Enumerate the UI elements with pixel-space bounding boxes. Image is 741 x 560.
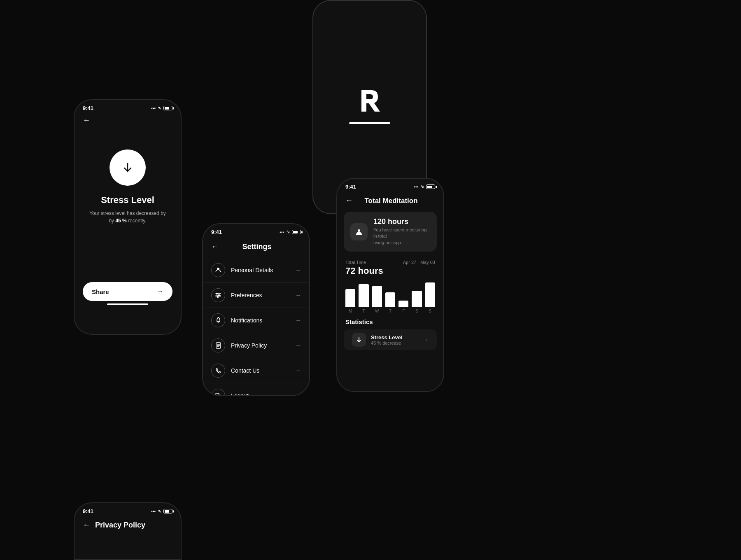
settings-item-notifications[interactable]: Notifications → bbox=[203, 308, 309, 333]
time: 9:41 bbox=[83, 105, 93, 111]
bar-day-label: F bbox=[402, 309, 405, 313]
status-bar: 9:41 ▪▪▪ ∿ bbox=[203, 224, 309, 237]
bar-column: T bbox=[385, 292, 395, 313]
bar-day-label: S bbox=[429, 309, 431, 313]
arrow-icon: → bbox=[295, 267, 301, 273]
down-arrow-icon bbox=[122, 162, 133, 173]
meditation-card-subtitle: You have spent meditating in total using… bbox=[373, 227, 430, 246]
logout-label: Logout bbox=[231, 392, 295, 396]
settings-item-logout[interactable]: Logout → bbox=[203, 383, 309, 396]
meditation-title: Total Meditation bbox=[358, 197, 424, 205]
sliders-icon bbox=[211, 288, 225, 302]
bar bbox=[398, 301, 408, 307]
bar-day-label: M bbox=[349, 309, 352, 313]
bar bbox=[425, 282, 435, 307]
svg-point-6 bbox=[217, 296, 219, 298]
meditation-total-hours: 120 hours bbox=[373, 217, 430, 226]
logout-icon bbox=[211, 389, 225, 396]
status-bar: 9:41 ▪▪▪ ∿ bbox=[337, 179, 443, 191]
home-bar bbox=[349, 122, 390, 124]
contact-us-label: Contact Us bbox=[231, 367, 295, 374]
meditation-total-section: Total Time Apr 27 - May 03 72 hours bbox=[337, 257, 443, 278]
wifi-icon: ∿ bbox=[158, 509, 161, 514]
phone-stress: 9:41 ▪▪▪ ∿ ← Stress Level Your stress le… bbox=[74, 99, 182, 335]
document-icon bbox=[211, 338, 225, 352]
settings-item-personal-details[interactable]: Personal Details → bbox=[203, 258, 309, 283]
privacy-header: ← Privacy Policy bbox=[75, 516, 181, 534]
person-icon bbox=[211, 263, 225, 277]
signal-icon: ▪▪▪ bbox=[151, 509, 156, 513]
bar-day-label: T bbox=[362, 309, 365, 313]
meditation-card-icon bbox=[350, 223, 368, 240]
battery-icon bbox=[163, 106, 172, 110]
notifications-label: Notifications bbox=[231, 317, 295, 324]
svg-point-4 bbox=[217, 293, 218, 294]
bar-day-label: W bbox=[375, 309, 379, 313]
stress-title: Stress Level bbox=[83, 195, 172, 205]
share-button[interactable]: Share → bbox=[83, 282, 172, 301]
bar-column: S bbox=[412, 291, 422, 313]
total-label: Total Time bbox=[345, 260, 366, 265]
home-bar bbox=[107, 303, 148, 305]
meditation-header: ← Total Meditation bbox=[337, 191, 443, 210]
settings-item-privacy-policy[interactable]: Privacy Policy → bbox=[203, 333, 309, 358]
arrow-icon: → bbox=[295, 292, 301, 299]
signal-icon: ▪▪▪ bbox=[151, 106, 156, 110]
meditation-card: 120 hours You have spent meditating in t… bbox=[344, 212, 437, 252]
time: 9:41 bbox=[83, 508, 93, 514]
settings-title: Settings bbox=[224, 243, 290, 251]
phone-settings: 9:41 ▪▪▪ ∿ ← Settings Personal Details →… bbox=[202, 223, 310, 396]
arrow-icon: → bbox=[295, 317, 301, 324]
status-icons: ▪▪▪ ∿ bbox=[151, 105, 172, 111]
back-button[interactable]: ← bbox=[83, 521, 90, 530]
bar-column: F bbox=[398, 301, 408, 313]
back-button[interactable]: ← bbox=[211, 243, 219, 251]
arrow-icon: → bbox=[295, 367, 301, 374]
stress-level-stat[interactable]: Stress Level 45 % decrease → bbox=[344, 329, 437, 350]
wifi-icon: ∿ bbox=[420, 184, 424, 189]
total-row: Total Time Apr 27 - May 03 bbox=[345, 260, 435, 266]
phone-privacy: 9:41 ▪▪▪ ∿ ← Privacy Policy bbox=[74, 502, 182, 560]
bar-chart: MTWTFSS bbox=[337, 278, 443, 315]
arrow-icon: → bbox=[423, 336, 429, 343]
time: 9:41 bbox=[211, 229, 222, 235]
weekly-hours: 72 hours bbox=[345, 266, 435, 276]
stat-value: 45 % decrease bbox=[371, 341, 418, 345]
back-button[interactable]: ← bbox=[345, 196, 353, 205]
stat-info: Stress Level 45 % decrease bbox=[371, 334, 418, 345]
status-bar: 9:41 ▪▪▪ ∿ bbox=[75, 100, 181, 113]
svg-point-5 bbox=[219, 295, 220, 296]
settings-header: ← Settings bbox=[203, 237, 309, 258]
bar-column: W bbox=[372, 286, 382, 313]
svg-rect-12 bbox=[216, 393, 219, 397]
bar-day-label: T bbox=[389, 309, 391, 313]
status-bar: 9:41 ▪▪▪ ∿ bbox=[75, 503, 181, 516]
app-logo bbox=[357, 86, 382, 120]
bell-icon bbox=[211, 313, 225, 327]
bar-column: S bbox=[425, 282, 435, 313]
arrow-icon: → bbox=[157, 288, 163, 295]
stress-indicator bbox=[110, 149, 146, 186]
status-icons: ▪▪▪ ∿ bbox=[414, 184, 435, 189]
arrow-icon: → bbox=[295, 342, 301, 349]
time: 9:41 bbox=[345, 184, 356, 190]
preferences-label: Preferences bbox=[231, 292, 295, 299]
privacy-title: Privacy Policy bbox=[95, 521, 145, 530]
bar bbox=[385, 292, 395, 307]
settings-item-preferences[interactable]: Preferences → bbox=[203, 283, 309, 308]
signal-icon: ▪▪▪ bbox=[280, 230, 284, 234]
bar-column: T bbox=[359, 284, 368, 313]
bar-day-label: S bbox=[415, 309, 418, 313]
wifi-icon: ∿ bbox=[286, 229, 290, 235]
privacy-policy-label: Privacy Policy bbox=[231, 342, 295, 349]
bar bbox=[345, 289, 355, 307]
svg-point-14 bbox=[358, 229, 360, 232]
status-icons: ▪▪▪ ∿ bbox=[151, 509, 172, 514]
bar bbox=[412, 291, 422, 307]
back-button[interactable]: ← bbox=[83, 116, 90, 125]
signal-icon: ▪▪▪ bbox=[414, 184, 418, 189]
settings-item-contact-us[interactable]: Contact Us → bbox=[203, 358, 309, 383]
date-range: Apr 27 - May 03 bbox=[403, 260, 435, 265]
battery-icon bbox=[163, 509, 172, 513]
arrow-icon: → bbox=[295, 392, 301, 396]
